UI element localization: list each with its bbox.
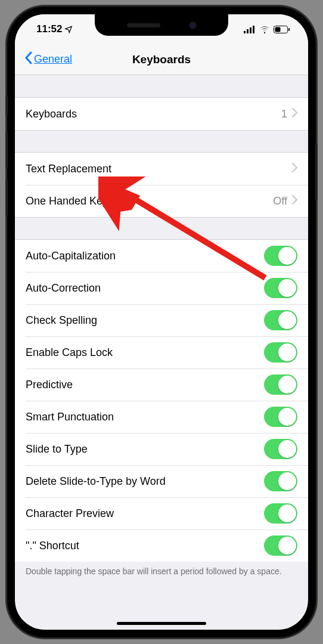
cell-detail: Off: [273, 195, 287, 208]
cell-text-replacement[interactable]: Text Replacement: [15, 153, 308, 185]
home-indicator[interactable]: [117, 622, 206, 625]
cell-toggle: Slide to Type: [15, 433, 308, 465]
toggle-switch[interactable]: [264, 278, 297, 298]
cell-toggle: Enable Caps Lock: [15, 336, 308, 369]
svg-rect-1: [247, 29, 249, 33]
cell-label: Predictive: [26, 379, 264, 391]
toggle-switch[interactable]: [264, 471, 297, 491]
cell-label: Auto-Capitalization: [26, 250, 264, 262]
cell-keyboards[interactable]: Keyboards 1: [15, 98, 308, 130]
cell-label: Enable Caps Lock: [26, 346, 264, 359]
cell-label: Keyboards: [26, 108, 281, 120]
toggle-switch[interactable]: [264, 439, 297, 459]
svg-rect-5: [275, 27, 281, 32]
svg-rect-3: [253, 26, 254, 33]
cell-toggle: Delete Slide-to-Type by Word: [15, 465, 308, 497]
toggle-switch[interactable]: [264, 407, 297, 427]
toggle-switch[interactable]: [264, 246, 297, 266]
cell-toggle: Auto-Correction: [15, 272, 308, 304]
back-label: General: [34, 53, 72, 66]
battery-icon: [274, 26, 290, 33]
cell-label: Smart Punctuation: [26, 411, 264, 423]
chevron-right-icon: [292, 195, 297, 208]
chevron-right-icon: [292, 108, 297, 120]
toggle-switch[interactable]: [264, 503, 297, 524]
toggle-switch[interactable]: [264, 374, 297, 395]
cell-toggle: Predictive: [15, 369, 308, 401]
chevron-right-icon: [292, 163, 297, 175]
svg-rect-2: [250, 27, 251, 33]
cell-label: Delete Slide-to-Type by Word: [26, 475, 264, 488]
cell-label: Auto-Correction: [26, 282, 264, 295]
page-title: Keyboards: [132, 53, 191, 66]
cell-toggle: Auto-Capitalization: [15, 240, 308, 272]
cell-label: Character Preview: [26, 507, 264, 520]
cell-toggle: "." Shortcut: [15, 530, 308, 562]
cell-one-handed[interactable]: One Handed Keyboard Off: [15, 185, 308, 217]
chevron-left-icon: [24, 51, 33, 67]
cellular-icon: [244, 26, 256, 33]
cell-label: Slide to Type: [26, 443, 264, 456]
status-time: 11:52: [36, 23, 62, 35]
svg-rect-0: [244, 31, 246, 33]
cell-label: Check Spelling: [26, 314, 264, 327]
location-icon: [64, 25, 73, 33]
cell-toggle: Smart Punctuation: [15, 401, 308, 433]
svg-rect-6: [288, 28, 290, 31]
wifi-icon: [259, 26, 270, 33]
footer-note: Double tapping the space bar will insert…: [15, 562, 308, 581]
nav-bar: General Keyboards: [15, 44, 308, 75]
toggle-switch[interactable]: [264, 310, 297, 330]
cell-toggle: Check Spelling: [15, 304, 308, 336]
toggle-switch[interactable]: [264, 535, 297, 556]
cell-label: One Handed Keyboard: [26, 195, 273, 208]
cell-detail: 1: [281, 108, 287, 120]
cell-toggle: Character Preview: [15, 497, 308, 530]
cell-label: "." Shortcut: [26, 540, 264, 552]
toggle-switch[interactable]: [264, 342, 297, 363]
cell-label: Text Replacement: [26, 163, 292, 175]
back-button[interactable]: General: [24, 51, 72, 67]
